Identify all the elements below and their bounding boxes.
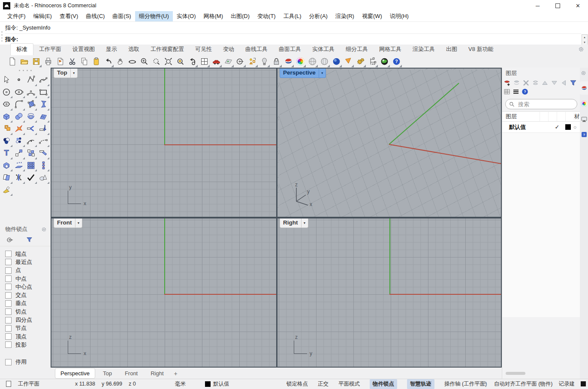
command-scroll-spinner[interactable]: ▲▼	[582, 34, 588, 45]
box-tool-icon[interactable]	[0, 111, 12, 123]
status-toggle[interactable]: 智慧轨迹	[407, 379, 434, 389]
menu-item[interactable]: 视窗(W)	[358, 11, 386, 21]
new-file-icon[interactable]	[6, 56, 18, 67]
help-icon[interactable]: ?	[391, 56, 402, 67]
checkbox[interactable]	[5, 267, 12, 274]
move-left-icon[interactable]	[560, 79, 568, 87]
viewport-canvas-right[interactable]: zy Right ▼	[277, 218, 501, 367]
move-down-icon[interactable]	[550, 79, 558, 87]
toolbar-tab[interactable]: 工作视窗配置	[145, 44, 190, 55]
viewport-canvas-top[interactable]: yx Top ▼	[51, 69, 276, 217]
filter-tab-icon[interactable]	[26, 236, 33, 244]
toolbar-tab[interactable]: 细分工具	[340, 44, 374, 55]
osnap-option[interactable]: 垂点	[5, 299, 51, 308]
checkbox[interactable]	[5, 292, 12, 299]
layer-color-swatch[interactable]	[565, 124, 571, 130]
help-tab-icon[interactable]: ?	[580, 128, 588, 141]
paint-tool-icon[interactable]	[0, 184, 12, 196]
cplane-pane[interactable]: 工作平面	[18, 380, 39, 388]
menu-lines-icon[interactable]	[512, 88, 520, 96]
options-gears-icon[interactable]	[355, 56, 366, 67]
osnap-option[interactable]: 中点	[5, 275, 51, 283]
checkbox[interactable]	[5, 341, 12, 348]
viewport-label-perspective[interactable]: Perspective ▼	[280, 69, 326, 78]
checkbox[interactable]	[5, 317, 12, 323]
osnap-option[interactable]: 点	[5, 266, 51, 275]
polygon-tool-icon[interactable]	[0, 98, 12, 111]
maximize-icon[interactable]	[548, 0, 568, 11]
toolbar-tab[interactable]: 显示	[100, 44, 123, 55]
named-views-icon[interactable]	[211, 56, 222, 67]
curve-control-points-icon[interactable]	[25, 74, 37, 86]
gear-icon[interactable]	[41, 226, 47, 233]
toolbar-tab[interactable]: 出图	[440, 44, 463, 55]
new-layer-icon[interactable]	[503, 79, 511, 87]
layer-list-empty-area[interactable]	[502, 132, 580, 317]
undo-view-change-icon[interactable]	[187, 56, 198, 67]
cut-icon[interactable]	[66, 56, 78, 67]
color-wheel-icon[interactable]	[295, 56, 306, 67]
patch-tool-icon[interactable]	[37, 111, 49, 123]
toolbar-tab[interactable]: 曲线工具	[240, 44, 273, 55]
osnap-option[interactable]: 节点	[5, 324, 51, 332]
array-tool-icon[interactable]	[25, 159, 37, 172]
pan-view-icon[interactable]	[115, 56, 126, 67]
open-file-icon[interactable]	[18, 56, 30, 67]
explode-burst-icon[interactable]	[13, 123, 25, 135]
osnap-option[interactable]: 端点	[5, 250, 51, 258]
delete-layer-icon[interactable]	[522, 79, 530, 87]
add-viewport-icon[interactable]: +	[172, 370, 180, 377]
sphere-tool-icon[interactable]	[13, 111, 25, 123]
ghosted-viewport-icon[interactable]	[319, 56, 330, 67]
loft-tool-icon[interactable]	[25, 111, 37, 123]
viewport-label-front[interactable]: Front ▼	[54, 218, 82, 228]
units-pane[interactable]: 毫米	[175, 380, 186, 388]
toolbar-tab[interactable]: 设置视图	[67, 44, 100, 55]
osnap-disable-option[interactable]: 停用	[5, 358, 51, 366]
layer-tools-icon[interactable]	[0, 171, 12, 184]
menu-item[interactable]: 文件(F)	[3, 11, 30, 21]
search-input[interactable]	[517, 101, 566, 108]
menu-item[interactable]: 出图(D)	[227, 11, 253, 21]
layer-search-box[interactable]	[505, 99, 577, 109]
layer-row[interactable]: 默认值✓○	[502, 122, 580, 132]
checkbox[interactable]	[5, 359, 12, 365]
osnap-tab-icon[interactable]	[6, 236, 14, 244]
status-toggle[interactable]: 平面模式	[338, 380, 360, 388]
status-toggle[interactable]: 正交	[318, 380, 329, 388]
toolbar-tab[interactable]: 网格工具	[374, 44, 407, 55]
command-grip[interactable]	[1, 31, 3, 42]
menu-item[interactable]: 分析(A)	[305, 11, 332, 21]
zoom-dynamic-icon[interactable]	[139, 56, 150, 67]
blend-curve-icon[interactable]	[37, 135, 49, 147]
extrude-tool-icon[interactable]	[13, 159, 25, 172]
move-up-icon[interactable]	[541, 79, 549, 87]
display-cone-icon[interactable]	[343, 56, 354, 67]
toolbar-tab[interactable]: 变动	[217, 44, 240, 55]
text-tool-icon[interactable]: T	[0, 147, 12, 159]
viewport-tab[interactable]: Perspective	[55, 368, 95, 379]
set-cplane-icon[interactable]	[223, 56, 234, 67]
status-toggle[interactable]: 操作轴 (工作平面)	[444, 380, 487, 388]
single-point-icon[interactable]	[13, 74, 25, 86]
split-tool-icon[interactable]	[37, 123, 49, 135]
menu-item[interactable]: 网格(M)	[200, 11, 227, 21]
zoom-window-icon[interactable]	[151, 56, 162, 67]
menu-item[interactable]: 细分物件(U)	[135, 11, 173, 21]
materials-tab-icon[interactable]	[580, 97, 588, 110]
display-tab-icon[interactable]	[580, 112, 588, 126]
export-doc-icon[interactable]	[54, 56, 66, 67]
viewport-layout-icon[interactable]	[199, 56, 210, 67]
viewport-tab[interactable]: Top	[98, 368, 117, 378]
gear-icon[interactable]	[578, 46, 585, 53]
checkbox[interactable]	[5, 284, 12, 290]
copy-icon[interactable]	[78, 56, 90, 67]
toolbar-tab[interactable]: 曲面工具	[273, 44, 307, 55]
ellipse-tool-icon[interactable]	[13, 86, 25, 99]
group-tool-icon[interactable]	[37, 171, 49, 184]
toolbar-tab[interactable]: 标准	[10, 43, 33, 55]
surface-from-points-icon[interactable]	[25, 98, 37, 111]
current-layer-pane[interactable]: 默认值	[205, 379, 229, 389]
zoom-extents-icon[interactable]	[163, 56, 174, 67]
rectangle-tool-icon[interactable]	[37, 86, 49, 99]
